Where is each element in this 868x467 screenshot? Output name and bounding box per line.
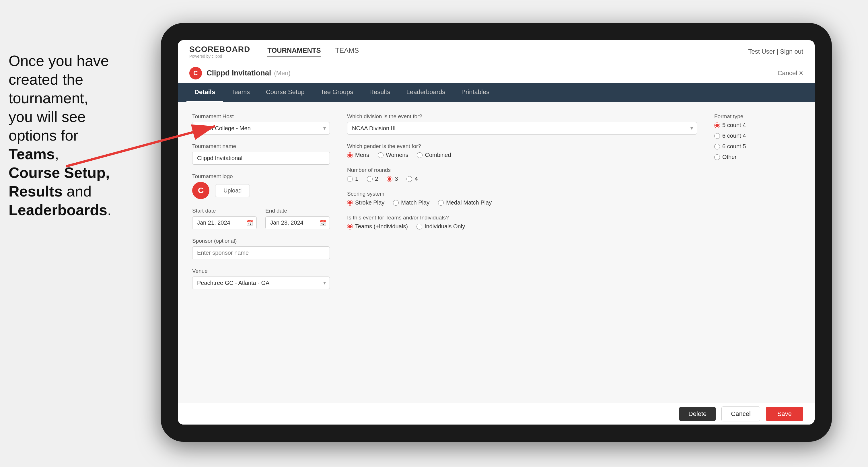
format-6count4-radio[interactable] <box>714 133 720 139</box>
rounds-2[interactable]: 2 <box>367 176 378 182</box>
logo-sub: Powered by clippd <box>189 54 250 59</box>
format-5count4[interactable]: 5 count 4 <box>714 122 800 128</box>
format-group: Format type 5 count 4 6 count 4 <box>714 113 800 160</box>
scoring-stroke[interactable]: Stroke Play <box>347 199 384 206</box>
tournament-host-group: Tournament Host Clippd College - Men ▾ <box>192 113 330 134</box>
tab-tee-groups[interactable]: Tee Groups <box>312 83 361 102</box>
logo-circle: C <box>192 182 209 199</box>
rounds-1-radio[interactable] <box>347 176 353 182</box>
logo-upload-area: C Upload <box>192 182 330 199</box>
tablet-screen: SCOREBOARD Powered by clippd TOURNAMENTS… <box>178 40 815 425</box>
tournament-name-label: Tournament name <box>192 143 330 150</box>
start-date-group: Start date 📅 <box>192 208 257 229</box>
upload-button[interactable]: Upload <box>215 184 250 197</box>
tournament-name-input[interactable] <box>192 152 330 165</box>
division-select[interactable]: NCAA Division III <box>347 122 697 134</box>
tab-teams[interactable]: Teams <box>223 83 258 102</box>
rounds-3-radio[interactable] <box>387 176 393 182</box>
rounds-2-label: 2 <box>375 176 378 182</box>
teams-plus-radio[interactable] <box>347 224 353 229</box>
rounds-3[interactable]: 3 <box>387 176 398 182</box>
tournament-title: Clippd Invitational <box>207 68 271 77</box>
gender-label: Which gender is the event for? <box>347 143 697 150</box>
scoring-stroke-radio[interactable] <box>347 200 353 206</box>
scoring-match[interactable]: Match Play <box>393 199 429 206</box>
rounds-4-radio[interactable] <box>406 176 412 182</box>
scoring-stroke-label: Stroke Play <box>355 199 384 206</box>
right-column: Format type 5 count 4 6 count 4 <box>714 113 800 392</box>
rounds-1-label: 1 <box>355 176 358 182</box>
tab-printables[interactable]: Printables <box>453 83 497 102</box>
format-label: Format type <box>714 113 800 120</box>
cancel-button[interactable]: Cancel <box>721 406 760 422</box>
gender-combined[interactable]: Combined <box>417 152 451 158</box>
individuals-only[interactable]: Individuals Only <box>416 223 465 230</box>
nav-link-tournaments[interactable]: TOURNAMENTS <box>267 46 321 57</box>
gender-mens-radio[interactable] <box>347 152 353 158</box>
rounds-1[interactable]: 1 <box>347 176 358 182</box>
format-other[interactable]: Other <box>714 154 800 160</box>
tab-results[interactable]: Results <box>361 83 398 102</box>
venue-label: Venue <box>192 268 330 274</box>
tab-course-setup[interactable]: Course Setup <box>258 83 313 102</box>
top-nav: SCOREBOARD Powered by clippd TOURNAMENTS… <box>178 40 815 63</box>
individuals-only-label: Individuals Only <box>425 223 465 230</box>
left-column: Tournament Host Clippd College - Men ▾ T… <box>192 113 330 392</box>
cancel-top-button[interactable]: Cancel X <box>778 69 803 77</box>
scoring-medal-radio[interactable] <box>438 200 444 206</box>
sponsor-group: Sponsor (optional) <box>192 238 330 259</box>
logo-area: SCOREBOARD Powered by clippd <box>189 45 250 59</box>
format-other-label: Other <box>722 154 737 160</box>
format-6count4-label: 6 count 4 <box>722 132 746 139</box>
rounds-3-label: 3 <box>395 176 398 182</box>
tournament-icon: C <box>189 67 202 80</box>
format-other-radio[interactable] <box>714 154 720 160</box>
user-area[interactable]: Test User | Sign out <box>748 48 803 55</box>
tournament-header: C Clippd Invitational (Men) Cancel X <box>178 63 815 83</box>
nav-link-teams[interactable]: TEAMS <box>335 46 359 57</box>
sponsor-input[interactable] <box>192 246 330 259</box>
scoring-medal-label: Medal Match Play <box>446 199 492 206</box>
gender-womens-radio[interactable] <box>378 152 383 158</box>
rounds-2-radio[interactable] <box>367 176 373 182</box>
tab-details[interactable]: Details <box>186 83 223 102</box>
gender-combined-radio[interactable] <box>417 152 423 158</box>
scoring-match-label: Match Play <box>401 199 429 206</box>
teams-label: Is this event for Teams and/or Individua… <box>347 215 697 221</box>
calendar-icon: 📅 <box>246 219 253 226</box>
scoring-group: Scoring system Stroke Play Match Play <box>347 191 697 206</box>
format-6count4[interactable]: 6 count 4 <box>714 132 800 139</box>
rounds-4[interactable]: 4 <box>406 176 417 182</box>
teams-radio-group: Teams (+Individuals) Individuals Only <box>347 223 697 230</box>
logo-text: SCOREBOARD <box>189 45 250 54</box>
format-5count4-radio[interactable] <box>714 123 720 128</box>
gender-womens[interactable]: Womens <box>378 152 408 158</box>
end-date-group: End date 📅 <box>265 208 330 229</box>
gender-mens[interactable]: Mens <box>347 152 369 158</box>
rounds-radio-group: 1 2 3 4 <box>347 176 697 182</box>
instruction-text: Once you have created the tournament, yo… <box>0 46 132 225</box>
tab-leaderboards[interactable]: Leaderboards <box>398 83 454 102</box>
venue-select[interactable]: Peachtree GC - Atlanta - GA <box>192 277 330 289</box>
tournament-host-select[interactable]: Clippd College - Men <box>192 122 330 134</box>
tab-bar: Details Teams Course Setup Tee Groups Re… <box>178 83 815 102</box>
rounds-4-label: 4 <box>414 176 417 182</box>
division-group: Which division is the event for? NCAA Di… <box>347 113 697 134</box>
tournament-host-label: Tournament Host <box>192 113 330 120</box>
division-label: Which division is the event for? <box>347 113 697 120</box>
scoring-medal-match[interactable]: Medal Match Play <box>438 199 492 206</box>
teams-plus-individuals[interactable]: Teams (+Individuals) <box>347 223 408 230</box>
format-5count4-label: 5 count 4 <box>722 122 746 128</box>
gender-group: Which gender is the event for? Mens Wome… <box>347 143 697 158</box>
delete-button[interactable]: Delete <box>679 407 716 421</box>
format-6count5-label: 6 count 5 <box>722 143 746 150</box>
end-date-label: End date <box>265 208 330 214</box>
gender-womens-label: Womens <box>386 152 408 158</box>
individuals-only-radio[interactable] <box>416 224 422 229</box>
format-6count5-radio[interactable] <box>714 144 720 150</box>
teams-plus-label: Teams (+Individuals) <box>355 223 408 230</box>
rounds-group: Number of rounds 1 2 <box>347 167 697 182</box>
save-button[interactable]: Save <box>766 407 803 421</box>
format-6count5[interactable]: 6 count 5 <box>714 143 800 150</box>
scoring-match-radio[interactable] <box>393 200 399 206</box>
